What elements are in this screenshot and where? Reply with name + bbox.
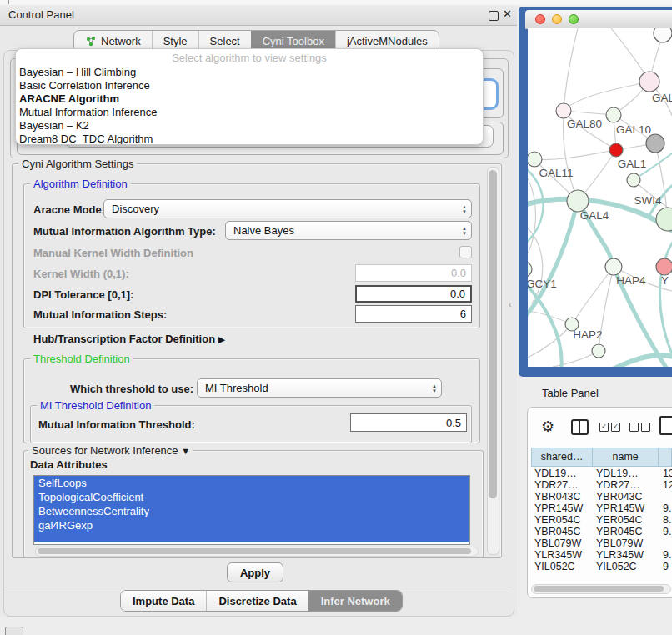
manual-kernel-checkbox[interactable] — [459, 246, 472, 258]
tab-discretize-data[interactable]: Discretize Data — [206, 591, 308, 611]
network-node[interactable] — [592, 344, 605, 358]
column-header-name[interactable]: name — [593, 448, 659, 466]
splitter-arrow-icon[interactable]: ‹ — [509, 300, 511, 309]
table-hscrollbar-thumb[interactable] — [534, 586, 664, 592]
table-cell: YLR345W — [531, 549, 593, 561]
table-row[interactable]: YDR27…YDR27…12 — [531, 479, 672, 491]
which-threshold-combo[interactable]: MI Threshold ▲▼ — [197, 378, 442, 398]
network-node-label-hap4: HAP4 — [616, 274, 646, 287]
tab-infer-network[interactable]: Infer Network — [308, 591, 402, 611]
table-row[interactable]: YBR043CYBR043C — [531, 491, 672, 502]
network-node-label-gcy1: GCY1 — [528, 278, 557, 290]
control-panel-window: Control Panel ✕ NetworkStyleSelectCyni T… — [0, 5, 517, 617]
list-item-gal4rgexp[interactable]: gal4RGexp — [34, 518, 469, 532]
close-traffic-light[interactable] — [535, 14, 545, 24]
dpi-tolerance-input[interactable]: 0.0 — [355, 285, 472, 302]
network-canvas[interactable]: GALGAL80GAL10GAL1GAL11SWI4GAL4HAP4YGCY1H… — [528, 28, 672, 367]
table-row[interactable]: YPR145WYPR145W9. — [531, 502, 672, 514]
control-panel-title: Control Panel — [8, 8, 74, 21]
screen: Control Panel ✕ NetworkStyleSelectCyni T… — [0, 0, 672, 635]
kernel-width-input[interactable]: 0.0 — [355, 264, 472, 282]
column-header-partial[interactable] — [659, 448, 672, 466]
columns-icon[interactable] — [571, 419, 589, 435]
network-node-gal10[interactable] — [606, 108, 621, 122]
attributes-hscrollbar-thumb[interactable] — [38, 548, 471, 554]
select-all-checkbox-icon[interactable]: ✓ — [611, 422, 620, 432]
table-panel-title: Table Panel — [542, 387, 599, 399]
float-window-icon[interactable] — [489, 11, 499, 21]
list-item-selfloops[interactable]: SelfLoops — [34, 476, 469, 490]
network-node-label-gal4: GAL4 — [580, 209, 609, 222]
settings-scrollbar-thumb[interactable] — [489, 170, 497, 498]
network-node[interactable] — [627, 173, 640, 187]
which-threshold-value: MI Threshold — [205, 382, 268, 394]
control-panel-titlebar: Control Panel ✕ — [0, 5, 517, 26]
table-cell: YIL052C — [593, 561, 659, 572]
table-hscrollbar[interactable] — [531, 584, 671, 594]
table-cell: YDL19… — [593, 468, 659, 479]
expanded-arrow-icon: ▼ — [181, 445, 190, 457]
list-item-partial[interactable] — [34, 532, 469, 542]
column-header-shared-[interactable]: shared… — [532, 448, 593, 466]
aracne-mode-combo[interactable]: Discovery ▲▼ — [103, 199, 472, 218]
gear-icon[interactable]: ⚙ — [541, 418, 554, 436]
network-node-hap4[interactable] — [605, 258, 622, 275]
dropdown-item-bayesian-hill-climbing[interactable]: Bayesian – Hill Climbing — [16, 66, 483, 79]
mini-panel-button[interactable] — [5, 627, 23, 635]
network-node[interactable] — [656, 208, 672, 231]
aracne-mode-label: Aracne Mode: — [33, 203, 105, 216]
export-table-icon[interactable] — [659, 416, 672, 435]
close-icon[interactable]: ✕ — [503, 8, 512, 20]
select-all-checkbox-icon[interactable]: ✓ — [599, 422, 609, 432]
table-cell: YPR145W — [531, 502, 593, 514]
mi-type-combo[interactable]: Naive Bayes ▲▼ — [225, 221, 472, 240]
table-cell: YDL19… — [531, 468, 593, 479]
data-attributes-label: Data Attributes — [30, 458, 108, 471]
network-node-gal11[interactable] — [528, 152, 542, 167]
list-item-betweennesscentrality[interactable]: BetweennessCentrality — [34, 504, 469, 518]
dropdown-item-mutual-information-inference[interactable]: Mutual Information Inference — [16, 106, 483, 119]
deselect-all-checkbox-icon[interactable] — [629, 422, 639, 432]
mi-threshold-input[interactable]: 0.5 — [350, 413, 467, 432]
data-attributes-list[interactable]: SelfLoopsTopologicalCoefficientBetweenne… — [33, 475, 470, 545]
network-node[interactable] — [646, 134, 664, 152]
hub-section-toggle[interactable]: Hub/Transcription Factor Definition ▶ — [33, 332, 225, 345]
mi-steps-input[interactable]: 6 — [355, 305, 472, 322]
table-row[interactable]: YLR345WYLR345W9. — [531, 549, 672, 561]
table-cell: YBL079W — [593, 538, 659, 549]
tab-label: Cyni Toolbox — [263, 35, 324, 48]
dpi-tolerance-label: DPI Tolerance [0,1]: — [33, 288, 133, 301]
threshold-definition-title: Threshold Definition — [30, 353, 133, 365]
zoom-traffic-light[interactable] — [569, 14, 579, 24]
table-row[interactable]: YER054CYER054C8. — [531, 514, 672, 526]
network-node-gal1[interactable] — [609, 143, 623, 157]
network-node-y[interactable] — [656, 258, 672, 275]
network-node[interactable] — [654, 28, 672, 42]
apply-button[interactable]: Apply — [227, 562, 283, 582]
list-item-topologicalcoefficient[interactable]: TopologicalCoefficient — [34, 490, 469, 504]
table-row[interactable]: YDL19…YDL19…13 — [531, 468, 672, 479]
attributes-hscrollbar[interactable] — [35, 547, 479, 557]
table-row[interactable]: YBR045CYBR045C9. — [531, 526, 672, 538]
minimize-traffic-light[interactable] — [552, 14, 562, 24]
settings-scrollbar[interactable] — [487, 167, 499, 555]
hub-section-label: Hub/Transcription Factor Definition — [33, 332, 215, 345]
table-cell: YDR27… — [593, 479, 659, 491]
dropdown-item-aracne-algorithm[interactable]: ARACNE Algorithm — [16, 92, 483, 106]
deselect-all-checkbox-icon[interactable] — [641, 422, 650, 432]
dropdown-item-dream8-dc-tdc-algorithm[interactable]: Dream8 DC_TDC Algorithm — [16, 132, 483, 145]
tab-impute-data[interactable]: Impute Data — [121, 591, 206, 611]
sources-toggle[interactable]: Sources for Network Inference ▼ — [28, 445, 193, 457]
table-row[interactable]: YIL052CYIL052C9 — [531, 561, 672, 572]
kernel-width-label: Kernel Width (0,1): — [33, 268, 129, 280]
network-node-gal[interactable] — [639, 72, 659, 92]
table-cell: 12 — [659, 479, 672, 491]
dropdown-item-bayesian-k2[interactable]: Bayesian – K2 — [16, 119, 483, 132]
network-node-gal80[interactable] — [556, 103, 571, 118]
dropdown-item-basic-correlation-inference[interactable]: Basic Correlation Inference — [16, 79, 483, 92]
table-row[interactable]: YBL079WYBL079W — [531, 538, 672, 549]
table-cell: YER054C — [531, 514, 593, 526]
top-strip-mark — [8, 0, 9, 4]
table-cell: 9 — [659, 561, 672, 572]
network-node-gcy1[interactable] — [528, 262, 532, 277]
